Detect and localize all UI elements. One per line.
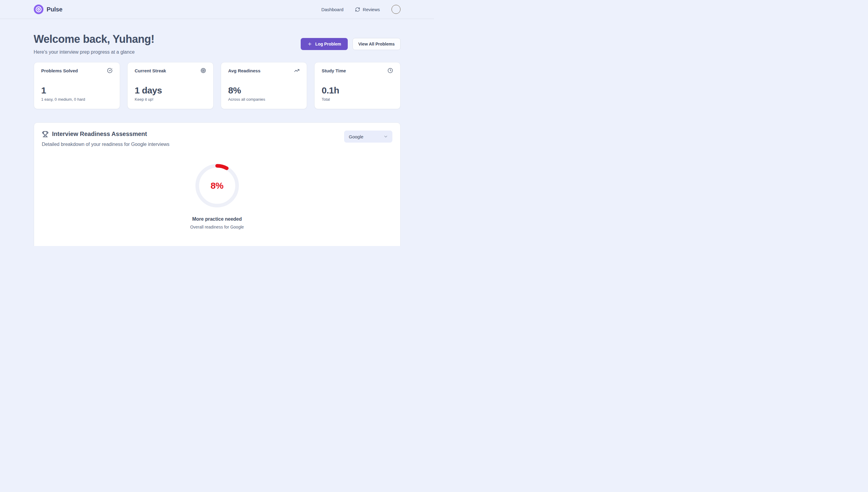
page-subtitle: Here's your interview prep progress at a…	[34, 49, 154, 55]
nav-reviews-label: Reviews	[363, 7, 380, 12]
user-avatar[interactable]	[391, 5, 401, 14]
view-all-problems-button[interactable]: View All Problems	[353, 38, 401, 50]
stat-subtext: 1 easy, 0 medium, 0 hard	[41, 97, 113, 102]
stat-label: Problems Solved	[41, 68, 78, 73]
page-title: Welcome back, Yuhang!	[34, 33, 154, 46]
chevron-down-icon	[383, 134, 388, 139]
pulse-target-icon	[34, 4, 43, 14]
trophy-icon	[42, 131, 49, 138]
log-problem-label: Log Problem	[315, 42, 341, 46]
readiness-gauge-section: 8% More practice needed Overall readines…	[42, 163, 392, 229]
brand-name: Pulse	[47, 6, 63, 13]
stat-subtext: Total	[322, 97, 393, 102]
brand-logo[interactable]: Pulse	[34, 4, 63, 14]
stat-value: 0.1h	[322, 86, 393, 95]
stat-card-problems-solved: Problems Solved 1 1 easy, 0 medium, 0 ha…	[34, 62, 120, 109]
panel-title: Interview Readiness Assessment	[52, 130, 147, 138]
nav-link-dashboard[interactable]: Dashboard	[321, 7, 343, 12]
main-content: Welcome back, Yuhang! Here's your interv…	[34, 33, 401, 246]
stat-card-avg-readiness: Avg Readiness 8% Across all companies	[221, 62, 307, 109]
log-problem-button[interactable]: Log Problem	[301, 38, 348, 50]
stat-label: Study Time	[322, 68, 346, 73]
panel-subtitle: Detailed breakdown of your readiness for…	[42, 142, 169, 147]
refresh-icon	[355, 7, 360, 12]
stat-label: Avg Readiness	[228, 68, 261, 73]
readiness-assessment-panel: Interview Readiness Assessment Detailed …	[34, 122, 401, 246]
stat-value: 1	[41, 86, 113, 95]
stat-card-study-time: Study Time 0.1h Total	[314, 62, 401, 109]
company-select[interactable]: Google	[344, 130, 392, 143]
stat-label: Current Streak	[135, 68, 166, 73]
page-header: Welcome back, Yuhang! Here's your interv…	[34, 33, 401, 55]
check-circle-icon	[107, 68, 113, 73]
stat-card-current-streak: Current Streak 1 days Keep it up!	[127, 62, 214, 109]
stat-subtext: Across all companies	[228, 97, 299, 102]
trending-up-icon	[294, 68, 299, 73]
nav-link-reviews[interactable]: Reviews	[355, 7, 380, 12]
gauge-percent-label: 8%	[194, 163, 240, 208]
view-all-problems-label: View All Problems	[358, 42, 395, 46]
top-nav: Pulse Dashboard Reviews	[0, 0, 434, 19]
stat-value: 1 days	[135, 86, 206, 95]
plus-icon	[307, 42, 312, 46]
clock-icon	[388, 68, 393, 73]
stat-subtext: Keep it up!	[135, 97, 206, 102]
gauge-status-text: More practice needed	[192, 217, 242, 222]
app-screen: Pulse Dashboard Reviews	[0, 0, 434, 246]
company-select-value: Google	[349, 134, 363, 139]
nav-dashboard-label: Dashboard	[321, 7, 343, 12]
stat-value: 8%	[228, 86, 299, 95]
gauge-caption-text: Overall readiness for Google	[190, 225, 244, 229]
target-icon	[200, 68, 206, 73]
readiness-gauge: 8%	[194, 163, 240, 208]
stats-grid: Problems Solved 1 1 easy, 0 medium, 0 ha…	[34, 62, 401, 109]
